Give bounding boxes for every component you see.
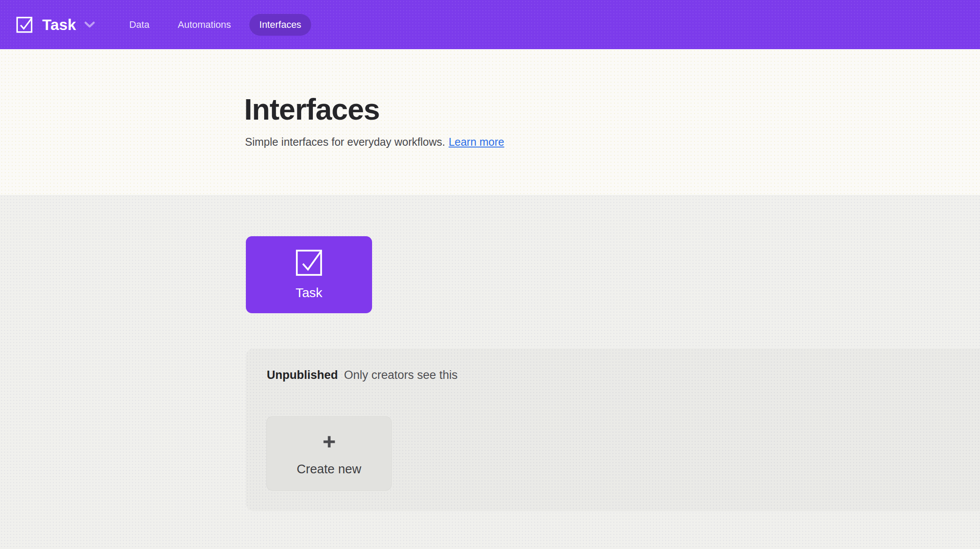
subtitle-text: Simple interfaces for everyday workflows… xyxy=(245,136,445,148)
unpublished-label: Unpublished xyxy=(267,368,338,382)
tab-automations[interactable]: Automations xyxy=(168,14,241,36)
topbar-nav: Data Automations Interfaces xyxy=(119,14,311,36)
task-checkbox-icon xyxy=(295,249,322,276)
topbar: Task Data Automations Interfaces xyxy=(0,0,980,49)
page-subtitle: Simple interfaces for everyday workflows… xyxy=(245,136,504,148)
screen: Task Data Automations Interfaces Interfa… xyxy=(0,0,980,549)
page-title: Interfaces xyxy=(244,92,379,126)
task-logo-checkbox-icon xyxy=(16,17,33,33)
hero-section: Interfaces Simple interfaces for everyda… xyxy=(0,49,980,195)
app-name: Task xyxy=(42,16,76,33)
app-menu[interactable]: Task xyxy=(16,16,95,33)
panel-header: Unpublished Only creators see this xyxy=(267,368,458,382)
plus-icon xyxy=(322,435,336,449)
tab-interfaces[interactable]: Interfaces xyxy=(249,14,312,36)
unpublished-panel: Unpublished Only creators see this Creat… xyxy=(246,348,980,511)
create-new-button[interactable]: Create new xyxy=(266,416,392,491)
create-new-label: Create new xyxy=(297,462,361,476)
unpublished-description: Only creators see this xyxy=(344,368,458,382)
interface-card-task[interactable]: Task xyxy=(246,236,372,313)
tab-data[interactable]: Data xyxy=(119,14,159,36)
interface-card-label: Task xyxy=(295,285,322,300)
learn-more-link[interactable]: Learn more xyxy=(449,136,504,148)
chevron-down-icon xyxy=(84,21,95,28)
